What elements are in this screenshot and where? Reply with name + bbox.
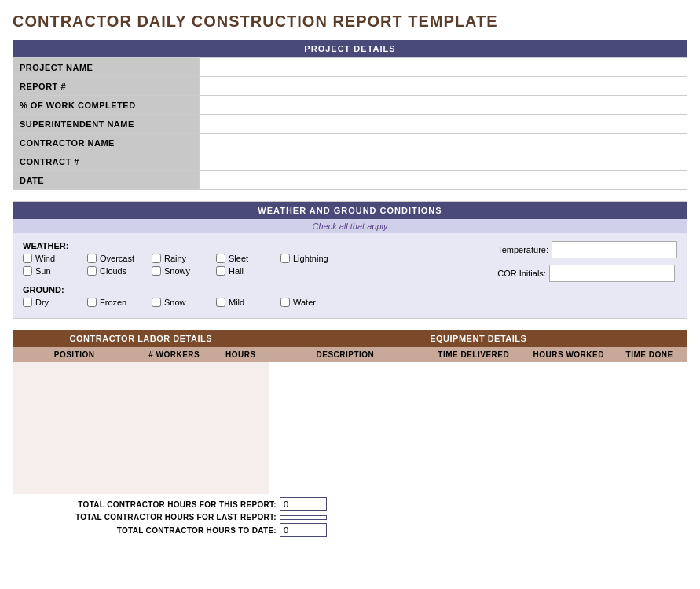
weather-option-label: Wind — [35, 254, 55, 263]
weather-item[interactable]: Wind — [23, 254, 78, 263]
col-time-done: TIME DONE — [611, 347, 687, 362]
equip-worked-cell[interactable] — [526, 475, 611, 494]
labor-workers-cell[interactable] — [136, 362, 212, 381]
equip-delivered-cell[interactable] — [421, 419, 526, 437]
project-field-value[interactable] — [200, 115, 687, 134]
weather-checkbox[interactable] — [152, 254, 161, 263]
weather-checkbox[interactable] — [280, 298, 290, 307]
weather-checkbox[interactable] — [216, 298, 225, 307]
equip-desc-cell[interactable] — [269, 400, 422, 419]
weather-checkbox[interactable] — [216, 266, 225, 276]
weather-checkbox[interactable] — [216, 254, 225, 263]
project-field-value[interactable] — [200, 152, 687, 171]
equip-done-cell[interactable] — [611, 362, 687, 381]
weather-option-label: Overcast — [100, 254, 134, 263]
weather-checkbox[interactable] — [23, 254, 32, 263]
labor-position-cell[interactable] — [13, 456, 136, 475]
weather-item[interactable]: Sun — [23, 266, 78, 276]
project-row: % OF WORK COMPLETED — [13, 96, 687, 115]
totals-value: 0 — [280, 523, 327, 537]
labor-hours-cell[interactable] — [212, 437, 269, 456]
equip-worked-cell[interactable] — [526, 400, 611, 419]
labor-workers-cell[interactable] — [136, 437, 212, 456]
labor-hours-cell[interactable] — [212, 419, 269, 437]
equip-worked-cell[interactable] — [526, 419, 611, 437]
weather-body: WEATHER: WindOvercastRainySleetLightning… — [13, 233, 687, 318]
labor-hours-cell[interactable] — [212, 362, 269, 381]
weather-checkbox[interactable] — [280, 254, 290, 263]
equip-done-cell[interactable] — [611, 456, 687, 475]
equip-delivered-cell[interactable] — [421, 475, 526, 494]
table-row — [13, 456, 687, 475]
equip-desc-cell[interactable] — [269, 419, 422, 437]
weather-checkbox[interactable] — [87, 254, 97, 263]
weather-item[interactable]: Hail — [216, 266, 271, 276]
weather-item[interactable]: Snow — [152, 298, 207, 307]
labor-position-cell[interactable] — [13, 400, 136, 419]
equip-done-cell[interactable] — [611, 419, 687, 437]
equip-worked-cell[interactable] — [526, 456, 611, 475]
equip-delivered-cell[interactable] — [421, 437, 526, 456]
equip-desc-cell[interactable] — [269, 475, 422, 494]
equip-done-cell[interactable] — [611, 437, 687, 456]
weather-item[interactable]: Clouds — [87, 266, 142, 276]
weather-section: WEATHER AND GROUND CONDITIONS Check all … — [13, 201, 687, 319]
project-field-value[interactable] — [200, 96, 687, 115]
labor-hours-cell[interactable] — [212, 400, 269, 419]
labor-workers-cell[interactable] — [136, 400, 212, 419]
equip-worked-cell[interactable] — [526, 362, 611, 381]
labor-hours-cell[interactable] — [212, 475, 269, 494]
weather-checkbox[interactable] — [152, 266, 161, 276]
labor-position-cell[interactable] — [13, 381, 136, 400]
temperature-input[interactable] — [552, 241, 677, 258]
labor-hours-cell[interactable] — [212, 381, 269, 400]
weather-item[interactable]: Frozen — [87, 298, 142, 307]
labor-workers-cell[interactable] — [136, 456, 212, 475]
equip-worked-cell[interactable] — [526, 381, 611, 400]
project-field-value[interactable] — [200, 77, 687, 96]
labor-hours-cell[interactable] — [212, 456, 269, 475]
weather-item[interactable]: Overcast — [87, 254, 142, 263]
labor-workers-cell[interactable] — [136, 381, 212, 400]
labor-equipment-table: CONTRACTOR LABOR DETAILS EQUIPMENT DETAI… — [13, 330, 687, 494]
weather-item[interactable]: Sleet — [216, 254, 271, 263]
equip-delivered-cell[interactable] — [421, 400, 526, 419]
equip-desc-cell[interactable] — [269, 437, 422, 456]
table-row — [13, 400, 687, 419]
labor-position-cell[interactable] — [13, 419, 136, 437]
weather-item[interactable]: Mild — [216, 298, 271, 307]
weather-option-label: Snow — [164, 298, 186, 307]
temperature-label: Temperature: — [497, 245, 548, 254]
equip-desc-cell[interactable] — [269, 362, 422, 381]
weather-item[interactable]: Dry — [23, 298, 78, 307]
equip-done-cell[interactable] — [611, 400, 687, 419]
weather-item[interactable]: Lightning — [280, 254, 335, 263]
labor-position-cell[interactable] — [13, 362, 136, 381]
weather-item[interactable]: Snowy — [152, 266, 207, 276]
equip-worked-cell[interactable] — [526, 437, 611, 456]
project-field-value[interactable] — [200, 134, 687, 152]
labor-workers-cell[interactable] — [136, 419, 212, 437]
cor-initials-input[interactable] — [549, 265, 675, 282]
weather-item[interactable]: Rainy — [152, 254, 207, 263]
equip-desc-cell[interactable] — [269, 456, 422, 475]
cor-label: COR Initials: — [497, 269, 546, 278]
equip-done-cell[interactable] — [611, 381, 687, 400]
labor-position-cell[interactable] — [13, 475, 136, 494]
project-field-value[interactable] — [200, 58, 687, 77]
weather-checkbox[interactable] — [23, 266, 32, 276]
weather-option-label: Lightning — [293, 254, 328, 263]
weather-checkbox[interactable] — [87, 266, 97, 276]
equip-done-cell[interactable] — [611, 475, 687, 494]
project-field-value[interactable] — [200, 171, 687, 190]
labor-position-cell[interactable] — [13, 437, 136, 456]
equip-delivered-cell[interactable] — [421, 456, 526, 475]
equip-delivered-cell[interactable] — [421, 381, 526, 400]
weather-checkbox[interactable] — [152, 298, 161, 307]
weather-checkbox[interactable] — [87, 298, 97, 307]
equip-delivered-cell[interactable] — [421, 362, 526, 381]
labor-workers-cell[interactable] — [136, 475, 212, 494]
equip-desc-cell[interactable] — [269, 381, 422, 400]
weather-item[interactable]: Water — [280, 298, 335, 307]
weather-checkbox[interactable] — [23, 298, 32, 307]
